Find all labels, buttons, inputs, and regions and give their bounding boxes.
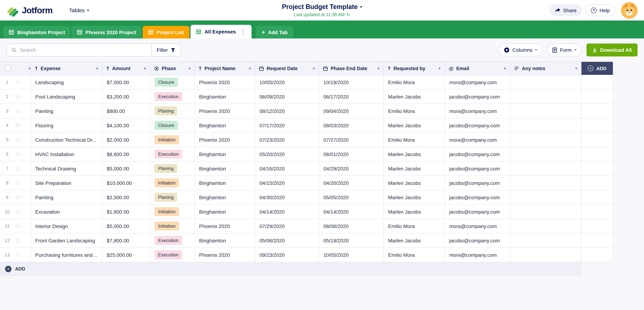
- cell-request-date[interactable]: 07/23/2020: [255, 133, 319, 147]
- cell-amount[interactable]: $2,500.00: [102, 190, 150, 204]
- cell-add-column[interactable]: [582, 75, 613, 89]
- cell-email[interactable]: mora@company.com: [445, 248, 510, 262]
- download-all-button[interactable]: Download All: [586, 44, 638, 57]
- column-header-any-notes[interactable]: Any notes ▾: [510, 62, 582, 75]
- cell-phase-end-date[interactable]: 05/19/2020: [319, 233, 384, 247]
- row-header[interactable]: 10 ☆: [0, 205, 31, 219]
- cell-any-notes[interactable]: [510, 90, 582, 104]
- cell-requested-by[interactable]: Emilio Mora: [384, 248, 445, 262]
- cell-project-name[interactable]: Binghamton: [195, 118, 255, 132]
- cell-requested-by[interactable]: Marlen Jacobs: [384, 190, 445, 204]
- cell-expense[interactable]: Front Garden Landscaping: [31, 233, 102, 247]
- cell-expense[interactable]: Painting: [31, 190, 102, 204]
- user-avatar[interactable]: [621, 2, 638, 19]
- cell-request-date[interactable]: 07/29/2020: [255, 219, 319, 233]
- cell-requested-by[interactable]: Marlen Jacobs: [384, 90, 445, 104]
- cell-project-name[interactable]: Binghamton: [195, 90, 255, 104]
- cell-email[interactable]: jacobs@company.com: [445, 147, 510, 161]
- cell-add-column[interactable]: [582, 248, 613, 262]
- cell-any-notes[interactable]: [510, 161, 582, 175]
- star-icon[interactable]: ☆: [15, 209, 21, 215]
- cell-project-name[interactable]: Binghamton: [195, 176, 255, 190]
- cell-phase[interactable]: Execution: [150, 90, 195, 104]
- cell-project-name[interactable]: Binghamton: [195, 147, 255, 161]
- help-button[interactable]: ? Help: [585, 4, 616, 16]
- cell-amount[interactable]: $4,100.00: [102, 118, 150, 132]
- cell-add-column[interactable]: [582, 176, 613, 190]
- cell-amount[interactable]: $7,000.00: [102, 75, 150, 89]
- cell-phase-end-date[interactable]: 10/19/2020: [319, 75, 384, 89]
- cell-project-name[interactable]: Binghamton: [195, 190, 255, 204]
- tables-dropdown[interactable]: Tables ▾: [69, 7, 89, 13]
- cell-expense[interactable]: Flooring: [31, 118, 102, 132]
- cell-phase[interactable]: Initiation: [150, 219, 195, 233]
- cell-phase[interactable]: Planing: [150, 161, 195, 175]
- cell-email[interactable]: mora@company.com: [445, 133, 510, 147]
- chevron-down-icon[interactable]: ▾: [188, 66, 190, 70]
- cell-requested-by[interactable]: Marlen Jacobs: [384, 118, 445, 132]
- star-icon[interactable]: ☆: [15, 108, 21, 114]
- cell-amount[interactable]: $5,000.00: [102, 161, 150, 175]
- row-header[interactable]: 6 ☆: [0, 147, 31, 161]
- column-header-project-name[interactable]: T Project Name ▾: [195, 62, 255, 75]
- column-header-request-date[interactable]: Request Date ▾: [255, 62, 319, 75]
- cell-phase-end-date[interactable]: 04/20/2020: [319, 176, 384, 190]
- row-header[interactable]: 7 ☆: [0, 161, 31, 175]
- cell-add-column[interactable]: [582, 104, 613, 118]
- cell-amount[interactable]: $3,200.00: [102, 90, 150, 104]
- cell-request-date[interactable]: 05/06/2020: [255, 233, 319, 247]
- tab-project-list[interactable]: Project List: [143, 26, 190, 39]
- row-header[interactable]: 2 ☆: [0, 90, 31, 104]
- cell-phase[interactable]: Planing: [150, 104, 195, 118]
- column-header-expense[interactable]: T Expense ▾: [31, 62, 102, 75]
- cell-request-date[interactable]: 05/20/2020: [255, 147, 319, 161]
- cell-project-name[interactable]: Phoenix 2020: [195, 75, 255, 89]
- filter-button[interactable]: Filter: [151, 44, 180, 56]
- cell-email[interactable]: jacobs@company.com: [445, 233, 510, 247]
- cell-expense[interactable]: Painting: [31, 104, 102, 118]
- cell-email[interactable]: jacobs@company.com: [445, 90, 510, 104]
- select-all-checkbox[interactable]: [5, 66, 10, 71]
- row-header[interactable]: 13 ☆: [0, 248, 31, 262]
- cell-phase[interactable]: Execution: [150, 248, 195, 262]
- cell-phase-end-date[interactable]: 07/27/2020: [319, 133, 384, 147]
- cell-requested-by[interactable]: Marlen Jacobs: [384, 147, 445, 161]
- row-header[interactable]: 3 ☆: [0, 104, 31, 118]
- cell-requested-by[interactable]: Emilio Mora: [384, 75, 445, 89]
- cell-phase[interactable]: Closure: [150, 118, 195, 132]
- column-header-amount[interactable]: T Amount ▾: [102, 62, 150, 75]
- cell-expense[interactable]: Technical Drawing: [31, 161, 102, 175]
- cell-add-column[interactable]: [582, 161, 613, 175]
- chevron-down-icon[interactable]: ▾: [144, 66, 146, 70]
- cell-phase[interactable]: Initiation: [150, 176, 195, 190]
- cell-project-name[interactable]: Binghamton: [195, 233, 255, 247]
- cell-request-date[interactable]: 04/15/2020: [255, 176, 319, 190]
- cell-any-notes[interactable]: [510, 118, 582, 132]
- cell-phase[interactable]: Execution: [150, 233, 195, 247]
- cell-amount[interactable]: $8,600.00: [102, 147, 150, 161]
- cell-project-name[interactable]: Binghamton: [195, 205, 255, 219]
- cell-phase[interactable]: Initiation: [150, 133, 195, 147]
- cell-phase-end-date[interactable]: 06/17/2020: [319, 90, 384, 104]
- cell-phase-end-date[interactable]: 04/29/2020: [319, 161, 384, 175]
- row-header[interactable]: 9 ☆: [0, 190, 31, 204]
- cell-requested-by[interactable]: Marlen Jacobs: [384, 233, 445, 247]
- cell-phase[interactable]: Planing: [150, 190, 195, 204]
- search-box[interactable]: [7, 44, 151, 56]
- row-header[interactable]: 11 ☆: [0, 219, 31, 233]
- cell-amount[interactable]: $5,000.00: [102, 219, 150, 233]
- cell-any-notes[interactable]: [510, 104, 582, 118]
- cell-email[interactable]: jacobs@company.com: [445, 190, 510, 204]
- cell-any-notes[interactable]: [510, 205, 582, 219]
- chevron-down-icon[interactable]: ▾: [96, 66, 98, 70]
- cell-any-notes[interactable]: [510, 147, 582, 161]
- add-column-button[interactable]: + ADD: [582, 62, 613, 75]
- add-tab-button[interactable]: + Add Tab: [256, 26, 294, 39]
- row-header[interactable]: 12 ☆: [0, 233, 31, 247]
- row-header[interactable]: 1 ☆: [0, 75, 31, 89]
- cell-request-date[interactable]: 09/23/2020: [255, 248, 319, 262]
- cell-request-date[interactable]: 08/12/2020: [255, 104, 319, 118]
- cell-expense[interactable]: Landscaping: [31, 75, 102, 89]
- chevron-down-icon[interactable]: ▾: [378, 66, 380, 70]
- star-icon[interactable]: ☆: [15, 180, 21, 186]
